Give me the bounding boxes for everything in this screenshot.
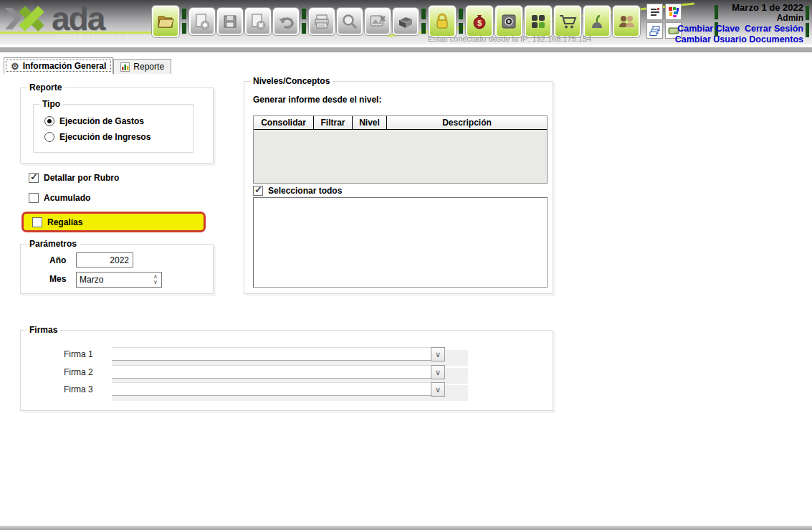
column-header-consolidar[interactable]: Consolidar: [254, 116, 314, 129]
column-header-descripcion[interactable]: Descripción: [387, 116, 547, 129]
column-header-nivel[interactable]: Nivel: [353, 116, 387, 129]
firma-2-row: Firma 2 ∨: [21, 365, 553, 381]
save-icon: [222, 14, 238, 29]
money-button[interactable]: $: [466, 6, 493, 37]
print-icon: [313, 14, 330, 29]
eco-hand-button[interactable]: [583, 6, 611, 37]
print-button[interactable]: [309, 8, 335, 35]
lock-icon: [434, 12, 451, 31]
firma-3-select[interactable]: [112, 382, 431, 396]
package-icon: [397, 14, 414, 29]
niveles-table[interactable]: Consolidar Filtrar Nivel Descripción: [253, 115, 548, 184]
firma-1-dropdown-button[interactable]: ∨: [431, 347, 445, 361]
delete-document-icon: [250, 13, 266, 30]
export-image-button[interactable]: [365, 8, 391, 35]
checkbox-label: Acumulado: [44, 193, 90, 203]
users-button[interactable]: [613, 6, 640, 37]
cascade-windows-icon: [649, 25, 661, 37]
checkbox-label: Regalías: [47, 217, 82, 227]
header-divider: [0, 47, 812, 52]
groupbox-title: Niveles/Conceptos: [250, 76, 333, 86]
firma-2-select[interactable]: [112, 365, 431, 379]
checkbox-icon[interactable]: [29, 173, 39, 183]
firma-1-label: Firma 1: [64, 349, 93, 359]
toolbar: $: [152, 4, 682, 39]
tab-reporte[interactable]: Reporte: [113, 59, 171, 74]
lock-button[interactable]: [429, 6, 456, 37]
separator: [806, 6, 809, 20]
firma-3-label: Firma 3: [64, 384, 93, 394]
chevron-down-icon: ∨: [435, 368, 441, 377]
radio-icon[interactable]: [44, 116, 54, 126]
money-bag-icon: $: [471, 13, 488, 30]
modules-button[interactable]: [525, 6, 552, 37]
groupbox-title: Reporte: [27, 82, 65, 93]
checkbox-detallar-por-rubro[interactable]: Detallar por Rubro: [29, 173, 119, 183]
documentos-link[interactable]: Documentos: [749, 34, 803, 44]
cascade-windows-button[interactable]: [646, 22, 663, 39]
mes-label: Mes: [49, 274, 66, 284]
toolbar-separator: [421, 6, 426, 37]
save-button[interactable]: [217, 8, 243, 35]
checkbox-label: Seleccionar todos: [268, 186, 342, 196]
checkbox-icon[interactable]: [253, 186, 263, 196]
shopping-cart-icon: [558, 13, 577, 30]
regalias-highlight: Regalías: [22, 212, 206, 232]
session-info: Marzo 1 de 2022 Admin Cambiar Clave Cerr…: [675, 2, 803, 44]
groupbox-firmas: Firmas Firma 1 ∨ Firma 2 ∨ Firma 3 ∨: [20, 330, 553, 411]
cambiar-usuario-link[interactable]: Cambiar Usuario: [675, 34, 747, 44]
radio-icon[interactable]: [44, 132, 54, 142]
gear-icon: ⚙: [11, 62, 19, 71]
firma-2-dropdown-button[interactable]: ∨: [431, 365, 445, 379]
cart-button[interactable]: [554, 6, 581, 37]
firma-1-select[interactable]: [112, 347, 431, 361]
tab-informacion-general[interactable]: ⚙ Información General: [4, 57, 113, 74]
firma-2-label: Firma 2: [64, 367, 93, 377]
cambiar-clave-link[interactable]: Cambiar Clave: [677, 24, 740, 34]
ano-input[interactable]: [76, 252, 133, 268]
radio-ejecucion-ingresos[interactable]: Ejecución de Ingresos: [44, 132, 151, 142]
firma-3-dropdown-button[interactable]: ∨: [431, 382, 445, 397]
window-bottom-edge: [0, 526, 812, 530]
app-window: ada shared services solutions: [0, 0, 812, 530]
toolbar-separator: [181, 6, 187, 37]
open-folder-button[interactable]: [152, 6, 179, 37]
spinner-arrows[interactable]: ∧ ∨: [150, 273, 161, 287]
ada-logo: ada: [4, 1, 104, 36]
checkbox-seleccionar-todos[interactable]: Seleccionar todos: [253, 186, 342, 196]
spin-down-icon[interactable]: ∨: [153, 280, 158, 285]
checkbox-regalias[interactable]: Regalías: [32, 217, 82, 227]
safe-button[interactable]: [495, 6, 522, 37]
groupbox-niveles-conceptos: Niveles/Conceptos Generar informe desde …: [244, 81, 553, 294]
mes-value: Marzo: [77, 273, 150, 287]
tab-label: Reporte: [133, 62, 164, 72]
checkbox-icon[interactable]: [29, 193, 39, 203]
cerrar-sesion-link[interactable]: Cerrar Sesión: [745, 24, 803, 34]
column-header-filtrar[interactable]: Filtrar: [314, 116, 353, 129]
undo-icon: [277, 14, 295, 29]
bar-chart-icon: [120, 62, 130, 72]
users-icon: [617, 13, 636, 30]
tabstrip: ⚙ Información General Reporte: [4, 57, 171, 74]
checkbox-acumulado[interactable]: Acumulado: [29, 193, 90, 203]
ano-label: Año: [49, 255, 66, 265]
delete-button[interactable]: [245, 8, 271, 35]
search-button[interactable]: [337, 8, 363, 35]
list-button[interactable]: [646, 4, 663, 20]
groupbox-title: Parámetros: [27, 239, 80, 249]
chevron-down-icon: ∨: [435, 385, 441, 394]
groupbox-title: Tipo: [39, 99, 63, 109]
radio-label: Ejecución de Ingresos: [59, 132, 151, 142]
radio-label: Ejecución de Gastos: [59, 116, 144, 126]
new-button[interactable]: [189, 8, 215, 35]
connection-status: Estas conectado desde la IP: 192.168.175…: [428, 34, 591, 43]
radio-ejecucion-gastos[interactable]: Ejecución de Gastos: [44, 116, 144, 126]
current-user: Admin: [675, 13, 803, 24]
conceptos-listbox[interactable]: [253, 197, 548, 288]
firma-1-row: Firma 1 ∨: [21, 347, 553, 363]
package-button[interactable]: [393, 8, 419, 35]
groupbox-tipo: Tipo Ejecución de Gastos Ejecución de In…: [33, 104, 194, 153]
mes-spinner[interactable]: Marzo ∧ ∨: [76, 272, 162, 288]
checkbox-icon[interactable]: [32, 217, 42, 227]
undo-button[interactable]: [273, 8, 299, 35]
